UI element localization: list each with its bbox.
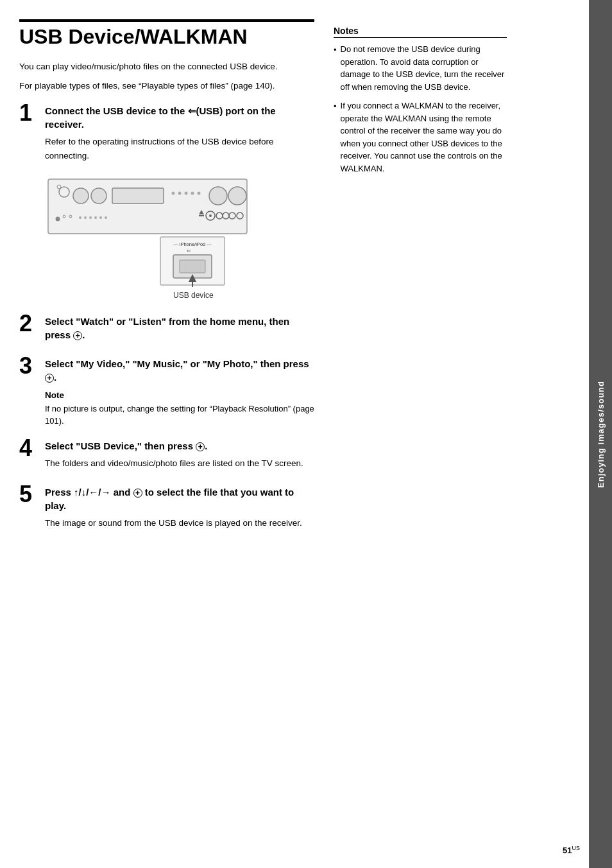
svg-point-25 [209, 214, 212, 217]
step-1-desc: Refer to the operating instructions of t… [45, 135, 314, 162]
step-3-note-heading: Note [45, 390, 314, 400]
step-3-number: 3 [19, 354, 38, 378]
step-5-content: Press ↑/↓/←/→ and + to select the file t… [45, 485, 314, 534]
intro-line2: For playable types of files, see “Playab… [19, 79, 314, 93]
step-1-number: 1 [19, 101, 38, 125]
svg-point-21 [105, 216, 107, 219]
step-4-desc: The folders and video/music/photo files … [45, 456, 314, 471]
svg-point-6 [172, 191, 175, 195]
step-3-content: Select "My Video," "My Music," or "My Ph… [45, 357, 314, 428]
step-4-content: Select "USB Device," then press +. The f… [45, 439, 314, 474]
svg-point-13 [56, 216, 60, 221]
page-title: USB Device/WALKMAN [19, 19, 314, 48]
svg-text:⇐: ⇐ [187, 248, 191, 254]
svg-point-10 [198, 191, 201, 195]
bullet-dot-1: • [334, 44, 337, 56]
step-2-number: 2 [19, 312, 38, 335]
step-2-title: Select "Watch" or "Listen" from the home… [45, 315, 314, 342]
right-column: Notes • Do not remove the USB device dur… [327, 19, 507, 849]
page-number: 51US [563, 845, 580, 855]
svg-rect-23 [199, 215, 204, 216]
note-bullet-1: • Do not remove the USB device during op… [334, 43, 507, 93]
side-tab-text: Enjoying images/sound [596, 381, 606, 488]
page-number-value: 51 [563, 846, 572, 855]
step-5-title: Press ↑/↓/←/→ and + to select the file t… [45, 485, 314, 512]
svg-point-18 [89, 216, 92, 219]
step-2: 2 Select "Watch" or "Listen" from the ho… [19, 315, 314, 345]
notes-heading: Notes [334, 26, 507, 38]
step-4-number: 4 [19, 437, 38, 460]
svg-rect-5 [112, 188, 164, 204]
svg-point-17 [84, 216, 87, 219]
svg-text:— iPhone/iPod —: — iPhone/iPod — [173, 241, 212, 247]
notes-section: Notes • Do not remove the USB device dur… [334, 26, 507, 175]
page-number-suffix: US [572, 845, 580, 851]
svg-point-4 [91, 188, 106, 204]
circle-plus-icon-3: + [45, 374, 54, 383]
svg-point-16 [79, 216, 81, 219]
circle-plus-icon-4: + [196, 442, 205, 451]
left-column: USB Device/WALKMAN You can play video/mu… [19, 19, 327, 849]
device-illustration: — iPhone/iPod — ⇐ USB device [45, 173, 314, 300]
circle-plus-icon-2: + [73, 331, 82, 340]
page-container: USB Device/WALKMAN You can play video/mu… [0, 0, 612, 868]
side-tab: Enjoying images/sound [589, 0, 612, 868]
svg-point-7 [178, 191, 182, 195]
svg-point-8 [185, 191, 188, 195]
intro-line1: You can play video/music/photo files on … [19, 60, 314, 74]
note-text-1: Do not remove the USB device during oper… [341, 43, 507, 93]
bullet-dot-2: • [334, 100, 337, 113]
step-3: 3 Select "My Video," "My Music," or "My … [19, 357, 314, 428]
main-content: USB Device/WALKMAN You can play video/mu… [0, 0, 589, 868]
step-1-content: Connect the USB device to the ⇐(USB) por… [45, 104, 314, 302]
svg-point-9 [191, 191, 194, 195]
usb-label: USB device [173, 291, 214, 300]
step-4: 4 Select "USB Device," then press +. The… [19, 439, 314, 474]
step-5: 5 Press ↑/↓/←/→ and + to select the file… [19, 485, 314, 534]
step-5-desc: The image or sound from the USB device i… [45, 516, 314, 530]
svg-point-20 [99, 216, 102, 219]
svg-point-3 [73, 188, 89, 204]
step-3-note-text: If no picture is output, change the sett… [45, 403, 314, 428]
svg-point-11 [209, 187, 227, 205]
svg-point-12 [228, 187, 246, 205]
svg-point-19 [94, 216, 97, 219]
note-text-2: If you connect a WALKMAN to the receiver… [341, 100, 507, 175]
step-1: 1 Connect the USB device to the ⇐(USB) p… [19, 104, 314, 302]
step-4-title: Select "USB Device," then press +. [45, 439, 314, 453]
step-3-title: Select "My Video," "My Music," or "My Ph… [45, 357, 314, 384]
step-1-title: Connect the USB device to the ⇐(USB) por… [45, 104, 314, 131]
step-5-number: 5 [19, 483, 38, 506]
svg-rect-34 [180, 260, 205, 273]
note-bullet-2: • If you connect a WALKMAN to the receiv… [334, 100, 507, 175]
receiver-diagram: — iPhone/iPod — ⇐ [45, 173, 263, 288]
circle-plus-icon-5: + [133, 489, 142, 498]
step-2-content: Select "Watch" or "Listen" from the home… [45, 315, 314, 345]
